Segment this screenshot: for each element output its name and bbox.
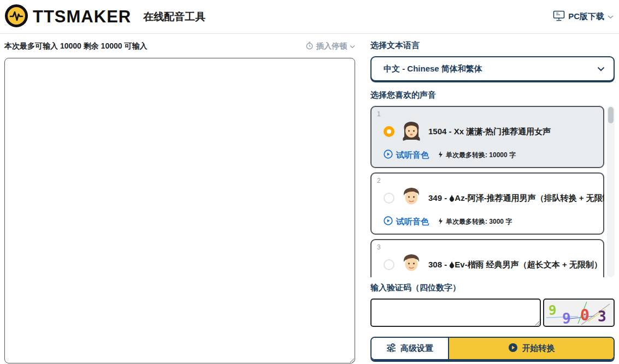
voice-name: 1504 - Xx 潇潇-热门推荐通用女声 [428,127,551,137]
listen-voice-button[interactable]: 试听音色 [384,216,429,227]
svg-text:3: 3 [598,308,606,325]
voice-index: 1 [377,110,598,118]
language-selected-value: 中文 - Chinese 简体和繁体 [384,64,482,74]
brand-logo[interactable]: TTSMAKER [4,4,131,30]
voice-name: 308 - Ev-楷雨 经典男声（超长文本 + 无限制） [428,260,602,270]
voice-radio[interactable] [384,259,394,270]
male-avatar-icon [400,186,423,211]
advanced-settings-label: 高级设置 [400,343,433,354]
captcha-input[interactable] [370,299,541,327]
header: TTSMAKER 在线配音工具 PC版下载 [0,0,619,34]
ttsmaker-logo-icon [4,4,28,30]
editor-pane: 本次最多可输入 10000 剩余 10000 可输入 插入停顿 [4,38,355,364]
lightning-icon [438,217,444,226]
svg-text:0: 0 [580,306,589,324]
brand-name: TTSMAKER [33,7,131,27]
captcha-image[interactable]: 9 9 0 3 [543,299,615,327]
page-title: 在线配音工具 [143,10,205,24]
play-circle-icon [384,150,393,160]
insert-pause-button[interactable]: 插入停顿 [305,41,355,51]
options-pane: 选择文本语言 中文 - Chinese 简体和繁体 选择您喜欢的声音 1 [370,38,615,364]
male-avatar-icon [400,252,423,277]
fire-icon [449,194,455,204]
play-circle-icon [384,216,393,227]
svg-text:9: 9 [562,311,571,326]
voice-char-limit: 单次最多转换: 3000 字 [438,217,512,226]
voice-option-1504[interactable]: 1 1504 [370,106,604,168]
voice-option-349[interactable]: 2 349 [370,172,604,235]
voice-option-308[interactable]: 3 308 [370,239,604,277]
voice-name: 349 - Az-阿泽-推荐通用男声（排队转换 + 无限制） [428,193,604,204]
stopwatch-icon [305,41,314,51]
voice-radio-selected[interactable] [384,126,394,137]
fire-icon [449,261,455,270]
main-content: 本次最多可输入 10000 剩余 10000 可输入 插入停顿 选择文本语言 [0,34,619,364]
voice-radio[interactable] [384,193,394,204]
scrollbar-thumb[interactable] [608,107,614,123]
pc-download-label: PC版下载 [568,11,604,22]
female-avatar-icon [400,119,423,144]
start-conversion-button[interactable]: 开始转换 [449,338,614,359]
pc-download-menu[interactable]: PC版下载 [553,10,614,23]
captcha-label: 输入验证码（四位数字） [370,283,615,293]
advanced-settings-button[interactable]: 高级设置 [372,338,449,359]
voice-list-label: 选择您喜欢的声音 [370,90,615,100]
voice-char-limit: 单次最多转换: 10000 字 [438,151,516,160]
insert-pause-label: 插入停顿 [316,41,347,51]
language-select[interactable]: 中文 - Chinese 简体和繁体 [370,56,615,81]
svg-text:9: 9 [549,303,556,318]
tts-text-input[interactable] [4,58,355,363]
sliders-icon [386,343,396,354]
action-buttons: 高级设置 开始转换 [370,337,615,360]
voice-list: 1 1504 [370,106,604,277]
start-conversion-label: 开始转换 [522,343,555,354]
chevron-down-icon [597,64,605,74]
voice-index: 2 [377,177,598,184]
language-label: 选择文本语言 [370,40,615,51]
play-filled-icon [508,343,518,354]
voice-index: 3 [377,243,598,251]
monitor-icon [553,10,565,23]
listen-voice-button[interactable]: 试听音色 [384,150,429,160]
chevron-down-icon [350,43,355,50]
char-counter: 本次最多可输入 10000 剩余 10000 可输入 [4,41,147,51]
chevron-down-icon [608,13,614,21]
lightning-icon [438,151,444,160]
voice-list-scrollbar[interactable] [607,106,615,277]
